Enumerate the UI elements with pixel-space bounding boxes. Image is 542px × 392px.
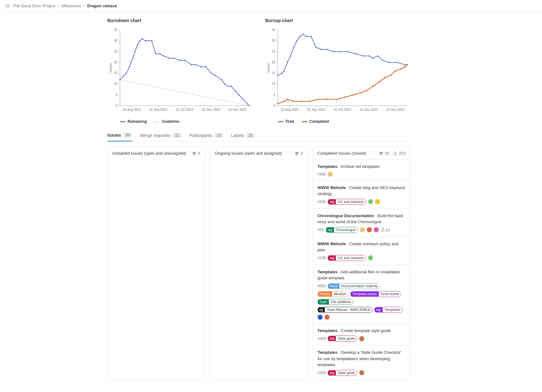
breadcrumb-section[interactable]: Milestones [62, 3, 81, 8]
legend-item[interactable]: Guideline [154, 119, 179, 124]
issue-label[interactable]: wgUX and outreach [328, 199, 366, 205]
tab-label: Issues [107, 133, 121, 138]
assignee-avatar[interactable] [368, 255, 373, 260]
svg-point-38 [141, 38, 143, 39]
tab-labels[interactable]: Labels22 [231, 129, 255, 141]
issue-card[interactable]: Templates · Archive old templates#368 [313, 159, 410, 181]
issue-card[interactable]: Templates · Develop a 'Style Guide Check… [313, 345, 410, 380]
svg-point-62 [246, 103, 247, 104]
svg-point-106 [326, 49, 328, 50]
svg-text:01 Nov 2023: 01 Nov 2023 [202, 108, 220, 111]
svg-point-140 [407, 64, 408, 65]
burnup-svg: 0510152025303501 Aug 202301 Sep 202301 O… [265, 27, 410, 115]
assignee-avatar[interactable] [374, 227, 379, 232]
breadcrumb-current: Dragon release [87, 3, 117, 8]
tab-issues[interactable]: Issues20 [107, 129, 132, 141]
issue-meta: #309wgStyle guide [318, 336, 406, 342]
assignee-avatar[interactable] [318, 315, 323, 320]
svg-point-33 [130, 62, 132, 63]
svg-point-37 [139, 40, 140, 41]
issue-label[interactable]: PackDocumentation maturity [328, 283, 380, 289]
svg-point-47 [179, 60, 180, 61]
svg-point-95 [283, 70, 285, 72]
legend-item[interactable]: Total [278, 119, 294, 124]
legend-item[interactable]: Remaining [120, 119, 147, 124]
chart-title: Burndown chart [107, 18, 253, 23]
assignee-avatar[interactable] [359, 336, 364, 341]
svg-point-48 [184, 60, 186, 61]
svg-point-39 [145, 40, 146, 41]
svg-point-109 [347, 51, 348, 52]
tab-merge-requests[interactable]: Merge requests11 [140, 129, 182, 141]
svg-point-93 [277, 75, 278, 76]
svg-point-59 [235, 90, 236, 91]
issue-label[interactable]: wgUX and outreach [328, 255, 366, 261]
issue-label[interactable]: Template phaseFinal review [350, 291, 401, 297]
svg-point-50 [195, 64, 196, 65]
col-title: Ongoing Issues (open and assigned) [215, 151, 282, 156]
issue-label[interactable]: wgStyle guide [328, 336, 357, 342]
issue-meta: #35wgChronologue 67 [318, 227, 406, 233]
issue-meta: #368 [318, 172, 406, 177]
svg-text:01 Aug 2023: 01 Aug 2023 [281, 108, 299, 111]
tab-participants[interactable]: Participants17 [189, 129, 224, 141]
svg-point-94 [281, 73, 283, 74]
issue-label[interactable]: wgStyle guide [328, 370, 357, 376]
issue-card[interactable]: Chronologue Documentation · Build the ba… [313, 209, 410, 237]
issue-label[interactable]: PriorityMedium [318, 291, 348, 297]
breadcrumb-project[interactable]: The Good Docs Project [13, 3, 55, 8]
assignee-avatar[interactable] [359, 370, 364, 375]
svg-text:25: 25 [114, 50, 118, 53]
issue-label[interactable]: TypeFile additions [318, 299, 354, 305]
svg-point-131 [360, 92, 362, 93]
svg-text:01 Oct 2023: 01 Oct 2023 [176, 108, 194, 111]
col-unstarted: Unstarted Issues (open and unassigned) 0 [107, 147, 205, 380]
svg-point-56 [224, 83, 225, 85]
issue-meta: #242wgUX and outreach [318, 199, 406, 205]
svg-text:01 Aug 2023: 01 Aug 2023 [123, 108, 141, 111]
svg-text:20: 20 [114, 61, 118, 64]
issue-title: Templates · Develop a 'Style Guide Check… [318, 349, 406, 368]
burndown-legend: RemainingGuideline [107, 119, 253, 124]
burndown-svg: 0510152025303501 Aug 202301 Sep 202301 O… [107, 27, 253, 115]
issue-meta: #361PackDocumentation maturityPriorityMe… [318, 283, 406, 320]
burnup-legend: TotalCompleted [265, 119, 410, 124]
merge-count: 20 [379, 151, 389, 156]
assignee-avatar[interactable] [325, 315, 330, 320]
assignee-avatar[interactable] [368, 199, 373, 204]
issue-card[interactable]: Templates · Add additional files to inst… [313, 265, 410, 324]
svg-point-57 [227, 86, 229, 87]
tab-count: 11 [172, 133, 182, 138]
legend-label: Completed [309, 119, 329, 124]
svg-point-40 [148, 40, 149, 41]
issue-card[interactable]: WWW Website · Create blog and SEO keywor… [313, 181, 410, 209]
issue-ref: #35 [318, 228, 324, 232]
issue-label[interactable]: wgChronologue [326, 227, 358, 233]
merge-request-icon [295, 151, 299, 156]
legend-item[interactable]: Completed [302, 119, 329, 124]
tab-count: 22 [246, 133, 255, 138]
breadcrumb-sep: / [84, 3, 85, 8]
col-title: Unstarted Issues (open and unassigned) [112, 151, 186, 156]
svg-point-49 [191, 64, 192, 65]
assignee-avatar[interactable] [375, 199, 380, 204]
svg-text:30: 30 [114, 39, 118, 42]
assignee-avatar[interactable] [360, 227, 365, 232]
svg-point-108 [339, 51, 340, 52]
tab-label: Merge requests [140, 133, 170, 138]
svg-point-97 [290, 55, 291, 56]
svg-text:5: 5 [116, 93, 117, 97]
assignee-avatar[interactable] [367, 227, 372, 232]
assignee-avatar[interactable] [328, 172, 333, 177]
svg-point-135 [384, 77, 386, 78]
issue-label[interactable]: sgTeam Macaw - APAC/EMEA [318, 307, 372, 313]
issue-card[interactable]: WWW Website · Create outreach policy and… [313, 237, 410, 265]
svg-point-139 [404, 66, 405, 68]
issue-label[interactable]: wgTemplates [374, 307, 402, 313]
issue-card[interactable]: Templates · Create template style guide#… [313, 324, 410, 346]
issue-ref: #361 [318, 284, 326, 288]
svg-point-104 [315, 47, 317, 48]
svg-point-138 [400, 68, 402, 69]
col-ongoing: Ongoing Issues (open and assigned) 0 [210, 147, 307, 380]
svg-text:0: 0 [273, 104, 275, 107]
